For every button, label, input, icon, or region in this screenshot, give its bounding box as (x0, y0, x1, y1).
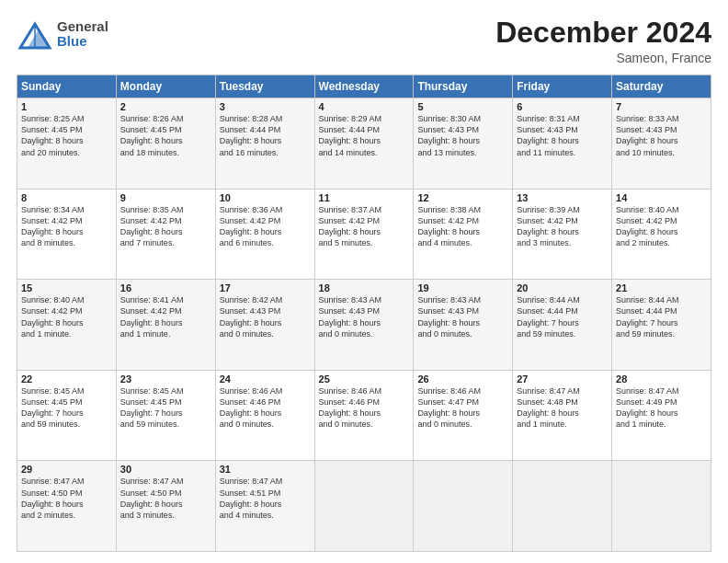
day-number: 16 (120, 282, 211, 293)
day-number: 21 (616, 282, 707, 293)
logo: General Blue (17, 17, 108, 52)
day-info: Sunrise: 8:34 AMSunset: 4:42 PMDaylight:… (21, 204, 112, 249)
day-cell: 30Sunrise: 8:47 AMSunset: 4:50 PMDayligh… (116, 461, 215, 552)
week-row-3: 15Sunrise: 8:40 AMSunset: 4:42 PMDayligh… (17, 280, 711, 371)
day-cell: 9Sunrise: 8:35 AMSunset: 4:42 PMDaylight… (116, 189, 215, 280)
day-cell: 21Sunrise: 8:44 AMSunset: 4:44 PMDayligh… (612, 280, 711, 371)
day-info: Sunrise: 8:38 AMSunset: 4:42 PMDaylight:… (417, 204, 508, 249)
week-row-1: 1Sunrise: 8:25 AMSunset: 4:45 PMDaylight… (17, 98, 711, 190)
day-number: 5 (417, 101, 508, 112)
day-number: 23 (120, 373, 211, 385)
day-info: Sunrise: 8:45 AMSunset: 4:45 PMDaylight:… (120, 385, 211, 431)
day-cell: 19Sunrise: 8:43 AMSunset: 4:43 PMDayligh… (414, 280, 513, 371)
day-number: 19 (417, 282, 508, 293)
day-cell: 22Sunrise: 8:45 AMSunset: 4:45 PMDayligh… (17, 370, 117, 461)
day-number: 6 (517, 101, 608, 112)
day-info: Sunrise: 8:45 AMSunset: 4:45 PMDaylight:… (21, 385, 112, 431)
day-cell: 27Sunrise: 8:47 AMSunset: 4:48 PMDayligh… (513, 370, 612, 461)
day-cell: 16Sunrise: 8:41 AMSunset: 4:42 PMDayligh… (116, 280, 215, 371)
day-number: 9 (120, 192, 211, 203)
day-cell (314, 461, 414, 552)
day-info: Sunrise: 8:39 AMSunset: 4:42 PMDaylight:… (517, 204, 608, 249)
day-number: 27 (517, 373, 608, 385)
day-cell: 8Sunrise: 8:34 AMSunset: 4:42 PMDaylight… (17, 189, 117, 280)
day-info: Sunrise: 8:31 AMSunset: 4:43 PMDaylight:… (517, 113, 608, 158)
day-info: Sunrise: 8:43 AMSunset: 4:43 PMDaylight:… (417, 294, 508, 339)
calendar-body: 1Sunrise: 8:25 AMSunset: 4:45 PMDaylight… (17, 98, 711, 552)
day-cell: 7Sunrise: 8:33 AMSunset: 4:43 PMDaylight… (612, 98, 711, 190)
day-info: Sunrise: 8:47 AMSunset: 4:48 PMDaylight:… (517, 385, 608, 431)
week-row-5: 29Sunrise: 8:47 AMSunset: 4:50 PMDayligh… (17, 461, 711, 552)
day-number: 1 (21, 101, 112, 112)
day-number: 31 (220, 464, 311, 475)
day-cell: 5Sunrise: 8:30 AMSunset: 4:43 PMDaylight… (414, 98, 513, 190)
day-info: Sunrise: 8:36 AMSunset: 4:42 PMDaylight:… (220, 204, 311, 249)
day-number: 14 (616, 192, 707, 203)
day-number: 7 (616, 101, 707, 112)
day-cell: 4Sunrise: 8:29 AMSunset: 4:44 PMDaylight… (314, 98, 414, 190)
day-cell: 11Sunrise: 8:37 AMSunset: 4:42 PMDayligh… (314, 189, 414, 280)
day-cell: 28Sunrise: 8:47 AMSunset: 4:49 PMDayligh… (612, 370, 711, 461)
day-number: 29 (21, 464, 112, 475)
day-info: Sunrise: 8:46 AMSunset: 4:46 PMDaylight:… (220, 385, 311, 431)
day-info: Sunrise: 8:40 AMSunset: 4:42 PMDaylight:… (21, 294, 112, 339)
header: General Blue December 2024 Sameon, Franc… (17, 17, 711, 65)
day-info: Sunrise: 8:28 AMSunset: 4:44 PMDaylight:… (220, 113, 311, 158)
page: General Blue December 2024 Sameon, Franc… (0, 0, 728, 563)
day-info: Sunrise: 8:29 AMSunset: 4:44 PMDaylight:… (319, 113, 410, 158)
logo-text: General Blue (57, 19, 108, 50)
day-cell: 29Sunrise: 8:47 AMSunset: 4:50 PMDayligh… (17, 461, 117, 552)
day-cell (612, 461, 711, 552)
day-cell: 13Sunrise: 8:39 AMSunset: 4:42 PMDayligh… (513, 189, 612, 280)
day-cell: 2Sunrise: 8:26 AMSunset: 4:45 PMDaylight… (116, 98, 215, 190)
day-cell: 1Sunrise: 8:25 AMSunset: 4:45 PMDaylight… (17, 98, 117, 190)
day-cell: 14Sunrise: 8:40 AMSunset: 4:42 PMDayligh… (612, 189, 711, 280)
logo-icon (17, 17, 53, 52)
header-cell-wednesday: Wednesday (314, 75, 414, 98)
day-number: 17 (220, 282, 311, 293)
day-number: 2 (120, 101, 211, 112)
day-number: 10 (220, 192, 311, 203)
day-number: 28 (616, 373, 707, 385)
day-info: Sunrise: 8:47 AMSunset: 4:51 PMDaylight:… (220, 476, 311, 521)
day-cell: 23Sunrise: 8:45 AMSunset: 4:45 PMDayligh… (116, 370, 215, 461)
day-number: 11 (319, 192, 410, 203)
day-number: 20 (517, 282, 608, 293)
day-cell (513, 461, 612, 552)
day-number: 13 (517, 192, 608, 203)
header-row: SundayMondayTuesdayWednesdayThursdayFrid… (17, 75, 711, 98)
day-number: 3 (220, 101, 311, 112)
header-cell-saturday: Saturday (612, 75, 711, 98)
logo-general-text: General (57, 19, 108, 35)
day-info: Sunrise: 8:33 AMSunset: 4:43 PMDaylight:… (616, 113, 707, 158)
day-cell: 20Sunrise: 8:44 AMSunset: 4:44 PMDayligh… (513, 280, 612, 371)
day-cell: 3Sunrise: 8:28 AMSunset: 4:44 PMDaylight… (215, 98, 314, 190)
day-number: 24 (220, 373, 311, 385)
day-info: Sunrise: 8:41 AMSunset: 4:42 PMDaylight:… (120, 294, 211, 339)
day-cell: 31Sunrise: 8:47 AMSunset: 4:51 PMDayligh… (215, 461, 314, 552)
day-cell: 25Sunrise: 8:46 AMSunset: 4:46 PMDayligh… (314, 370, 414, 461)
day-info: Sunrise: 8:30 AMSunset: 4:43 PMDaylight:… (417, 113, 508, 158)
day-info: Sunrise: 8:44 AMSunset: 4:44 PMDaylight:… (517, 294, 608, 339)
day-number: 18 (319, 282, 410, 293)
logo-blue-text: Blue (57, 34, 108, 50)
day-cell (414, 461, 513, 552)
day-info: Sunrise: 8:42 AMSunset: 4:43 PMDaylight:… (220, 294, 311, 339)
header-cell-monday: Monday (116, 75, 215, 98)
calendar-table: SundayMondayTuesdayWednesdayThursdayFrid… (17, 75, 711, 552)
day-info: Sunrise: 8:25 AMSunset: 4:45 PMDaylight:… (21, 113, 112, 158)
day-cell: 15Sunrise: 8:40 AMSunset: 4:42 PMDayligh… (17, 280, 117, 371)
day-number: 15 (21, 282, 112, 293)
day-info: Sunrise: 8:26 AMSunset: 4:45 PMDaylight:… (120, 113, 211, 158)
day-number: 8 (21, 192, 112, 203)
header-cell-friday: Friday (513, 75, 612, 98)
day-number: 12 (417, 192, 508, 203)
week-row-4: 22Sunrise: 8:45 AMSunset: 4:45 PMDayligh… (17, 370, 711, 461)
day-number: 22 (21, 373, 112, 385)
day-info: Sunrise: 8:47 AMSunset: 4:50 PMDaylight:… (120, 476, 211, 521)
day-cell: 24Sunrise: 8:46 AMSunset: 4:46 PMDayligh… (215, 370, 314, 461)
day-cell: 10Sunrise: 8:36 AMSunset: 4:42 PMDayligh… (215, 189, 314, 280)
header-cell-tuesday: Tuesday (215, 75, 314, 98)
day-info: Sunrise: 8:46 AMSunset: 4:46 PMDaylight:… (319, 385, 410, 431)
week-row-2: 8Sunrise: 8:34 AMSunset: 4:42 PMDaylight… (17, 189, 711, 280)
